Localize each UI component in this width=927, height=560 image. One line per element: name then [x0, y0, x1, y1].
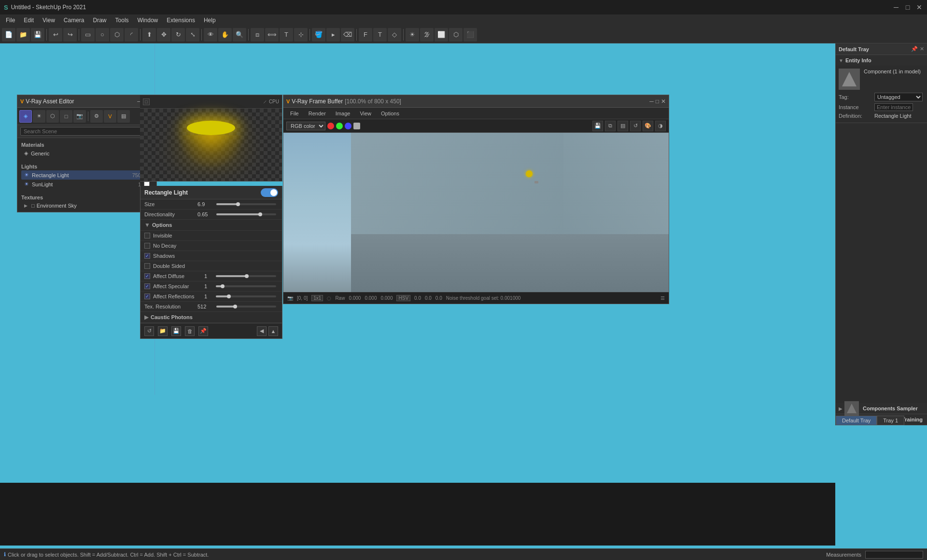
circle-tool[interactable]: ○	[96, 28, 109, 42]
ae-lights-btn[interactable]: ☀	[33, 110, 45, 123]
lp-invisible-checkbox[interactable]	[144, 233, 150, 238]
view-top[interactable]: T	[373, 28, 387, 42]
new-tool[interactable]: 📄	[2, 28, 15, 42]
vfb-minimize-button[interactable]: ─	[649, 98, 654, 105]
entity-instance-input[interactable]	[874, 103, 913, 111]
xray-tool[interactable]: ⬜	[435, 28, 448, 42]
menu-file[interactable]: File	[2, 16, 19, 25]
lp-affect-diffuse-value[interactable]: 1	[204, 273, 214, 279]
ae-camera-btn[interactable]: 📷	[73, 110, 86, 123]
dim-tool[interactable]: ⟺	[265, 28, 279, 42]
camera-pan[interactable]: ✋	[218, 28, 232, 42]
menu-help[interactable]: Help	[200, 16, 220, 25]
vfb-color-btn[interactable]: 🎨	[643, 121, 653, 131]
vfb-menu-options[interactable]: Options	[377, 110, 403, 117]
close-button[interactable]: ✕	[915, 3, 923, 11]
default-tray-tab[interactable]: Default Tray	[836, 416, 877, 425]
view-iso[interactable]: ◇	[388, 28, 401, 42]
ae-tex-btn[interactable]: □	[60, 110, 72, 123]
vfb-menu-render[interactable]: Render	[305, 110, 330, 117]
ae-item-generic[interactable]: ◈ Generic	[21, 149, 153, 158]
maximize-button[interactable]: □	[904, 3, 912, 11]
wireframe-tool[interactable]: ⬡	[449, 28, 463, 42]
fog-tool[interactable]: 🌫	[420, 28, 434, 42]
vfb-menu-image[interactable]: Image	[332, 110, 354, 117]
shadows-tool[interactable]: ☀	[406, 28, 419, 42]
lp-affect-diffuse-checkbox[interactable]: ✓	[144, 273, 150, 279]
lp-directionality-value[interactable]: 0.65	[197, 211, 214, 217]
preview-icon-btn[interactable]: □	[143, 98, 150, 105]
save-tool[interactable]: 💾	[31, 28, 44, 42]
ae-search-input[interactable]	[20, 127, 154, 136]
tray1-tab[interactable]: Tray 1	[877, 416, 904, 425]
rect-tool[interactable]: ▭	[81, 28, 95, 42]
vfb-settings-icon[interactable]: ☰	[660, 295, 665, 301]
vfb-tone-btn[interactable]: ◑	[655, 121, 666, 131]
axes-tool[interactable]: ⊹	[294, 28, 308, 42]
vfb-green-channel[interactable]	[336, 123, 343, 129]
eraser-tool[interactable]: ⌫	[341, 28, 354, 42]
measurements-input[interactable]	[865, 551, 923, 559]
vfb-scale[interactable]: 1x1	[311, 295, 323, 301]
open-tool[interactable]: 📁	[16, 28, 30, 42]
lp-delete-btn[interactable]: 🗑	[185, 326, 195, 336]
vfb-alpha-channel[interactable]	[353, 123, 360, 129]
ae-item-env-sky[interactable]: ▶ □ Environment Sky	[21, 201, 153, 210]
ae-settings-btn[interactable]: ⚙	[90, 110, 103, 123]
text-tool[interactable]: T	[280, 28, 293, 42]
lp-size-slider[interactable]	[216, 203, 276, 205]
menu-camera[interactable]: Camera	[60, 16, 88, 25]
vfb-red-channel[interactable]	[327, 123, 334, 129]
lp-save-btn[interactable]: 💾	[171, 326, 181, 336]
lp-caustic-section[interactable]: ▶ Caustic Photons	[140, 312, 282, 323]
lp-nodecay-checkbox[interactable]	[144, 243, 150, 249]
vfb-menu-file[interactable]: File	[286, 110, 303, 117]
ae-vray-btn[interactable]: V	[104, 110, 116, 123]
move-tool[interactable]: ✥	[157, 28, 170, 42]
undo-tool[interactable]: ↩	[49, 28, 62, 42]
shaded-tool[interactable]: ⬛	[464, 28, 477, 42]
lp-affect-specular-slider[interactable]	[216, 285, 276, 287]
ae-item-rect-light[interactable]: ☀ Rectangle Light 750	[21, 170, 153, 180]
ae-item-sunlight[interactable]: ☀ SunLight 1	[21, 180, 153, 189]
vfb-menu-view[interactable]: View	[356, 110, 375, 117]
minimize-button[interactable]: ─	[892, 3, 900, 11]
vfb-reset-btn[interactable]: ↺	[630, 121, 641, 131]
lp-options-section[interactable]: ▼ Options	[140, 220, 282, 231]
rotate-tool[interactable]: ↻	[171, 28, 185, 42]
entity-tag-select[interactable]: Untagged	[874, 93, 923, 101]
vfb-close-button[interactable]: ✕	[661, 98, 666, 105]
lp-affect-specular-value[interactable]: 1	[204, 283, 214, 289]
menu-view[interactable]: View	[39, 16, 59, 25]
lp-reset-btn[interactable]: ↺	[144, 326, 154, 336]
right-panel-close-icon[interactable]: ✕	[920, 46, 924, 52]
lp-shadows-checkbox[interactable]: ✓	[144, 253, 150, 259]
vfb-compare-btn[interactable]: ⧉	[605, 121, 616, 131]
polygon-tool[interactable]: ⬡	[110, 28, 124, 42]
camera-orbit[interactable]: 👁	[204, 28, 217, 42]
push-pull-tool[interactable]: ⬆	[142, 28, 156, 42]
vfb-layer-btn[interactable]: ▤	[618, 121, 628, 131]
lp-affect-diffuse-slider[interactable]	[216, 275, 276, 277]
menu-draw[interactable]: Draw	[89, 16, 111, 25]
lp-pin-btn[interactable]: 📌	[198, 326, 208, 336]
vfb-color-mode-select[interactable]: RGB color	[286, 122, 325, 130]
section-tool[interactable]: ⧈	[251, 28, 264, 42]
select-tool[interactable]: ▸	[326, 28, 340, 42]
vfb-maximize-button[interactable]: □	[656, 98, 659, 105]
lp-size-value[interactable]: 6.9	[197, 201, 214, 207]
vfb-colorspace[interactable]: HSV	[396, 295, 410, 301]
redo-tool[interactable]: ↪	[63, 28, 77, 42]
lp-affect-reflections-value[interactable]: 1	[204, 294, 214, 299]
paint-tool[interactable]: 🪣	[312, 28, 325, 42]
lp-tex-resolution-value[interactable]: 512	[197, 304, 214, 309]
lp-toggle[interactable]	[261, 188, 278, 197]
lp-directionality-slider[interactable]	[216, 213, 276, 215]
entity-info-header[interactable]: ▼ Entity Info	[836, 55, 927, 66]
components-sampler-header[interactable]: ▶ Components Sampler	[836, 403, 927, 414]
menu-edit[interactable]: Edit	[20, 16, 38, 25]
lp-folder-btn[interactable]: 📁	[158, 326, 168, 336]
ae-view-btn[interactable]: ▤	[117, 110, 130, 123]
lp-doublesided-checkbox[interactable]	[144, 263, 150, 269]
ae-materials-btn[interactable]: ◈	[19, 110, 32, 123]
